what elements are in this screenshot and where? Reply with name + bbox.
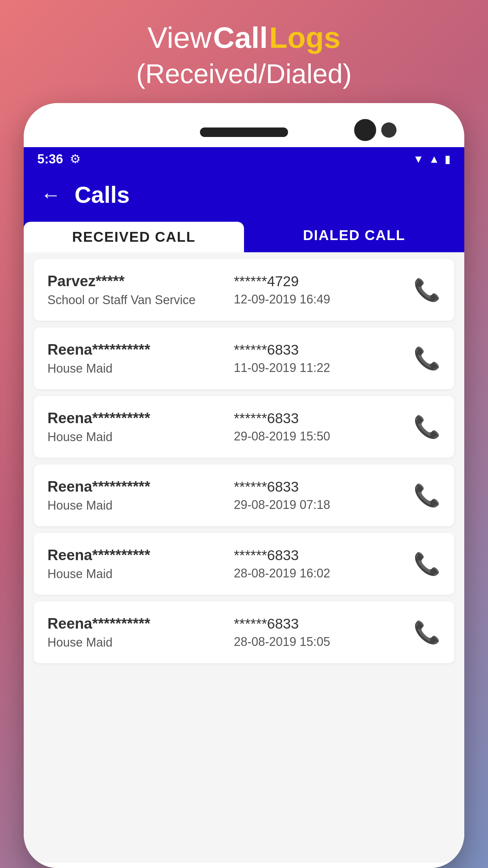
caller-name-5: Reena********** bbox=[47, 615, 224, 632]
page-subtitle: (Received/Dialed) bbox=[136, 58, 352, 90]
call-info-center-2: ******6833 29-08-2019 15:50 bbox=[224, 410, 410, 443]
call-datetime-4: 28-08-2019 16:02 bbox=[234, 566, 410, 580]
caller-name-1: Reena********** bbox=[47, 341, 224, 358]
call-datetime-5: 28-08-2019 15:05 bbox=[234, 635, 410, 649]
call-phone-icon-1: 📞 bbox=[413, 346, 441, 371]
phone-bezel-top bbox=[24, 103, 464, 147]
status-bar: 5:36 ⚙ ▼ ▲ ▮ bbox=[24, 147, 464, 171]
phone-camera-main bbox=[354, 119, 376, 141]
call-item-3[interactable]: Reena********** House Maid ******6833 29… bbox=[34, 465, 454, 526]
caller-type-2: House Maid bbox=[47, 430, 224, 444]
call-item-0[interactable]: Parvez***** School or Staff Van Service … bbox=[34, 259, 454, 321]
settings-icon: ⚙ bbox=[70, 152, 81, 166]
call-icon-wrap-4[interactable]: 📞 bbox=[410, 551, 441, 577]
tabs-container: RECEIVED CALL DIALED CALL bbox=[24, 218, 464, 252]
call-icon-wrap-2[interactable]: 📞 bbox=[410, 414, 441, 440]
battery-icon: ▮ bbox=[445, 153, 451, 165]
caller-type-3: House Maid bbox=[47, 498, 224, 513]
caller-name-3: Reena********** bbox=[47, 478, 224, 495]
call-datetime-2: 29-08-2019 15:50 bbox=[234, 429, 410, 443]
phone-camera-small bbox=[381, 122, 396, 138]
tab-received-call[interactable]: RECEIVED CALL bbox=[24, 222, 244, 252]
call-phone-icon-3: 📞 bbox=[413, 483, 441, 508]
title-call: Call bbox=[213, 21, 268, 54]
call-item-2[interactable]: Reena********** House Maid ******6833 29… bbox=[34, 396, 454, 458]
call-info-left-2: Reena********** House Maid bbox=[47, 410, 224, 444]
call-number-5: ******6833 bbox=[234, 616, 410, 632]
call-phone-icon-0: 📞 bbox=[413, 277, 441, 303]
phone-frame: 5:36 ⚙ ▼ ▲ ▮ ← Calls RECEIVED CALL DIALE… bbox=[24, 103, 464, 868]
call-info-center-4: ******6833 28-08-2019 16:02 bbox=[224, 547, 410, 580]
call-number-1: ******6833 bbox=[234, 342, 410, 358]
call-item-5[interactable]: Reena********** House Maid ******6833 28… bbox=[34, 601, 454, 663]
call-info-left-1: Reena********** House Maid bbox=[47, 341, 224, 376]
call-icon-wrap-1[interactable]: 📞 bbox=[410, 346, 441, 371]
call-datetime-0: 12-09-2019 16:49 bbox=[234, 292, 410, 307]
call-info-left-0: Parvez***** School or Staff Van Service bbox=[47, 273, 224, 307]
phone-speaker bbox=[200, 127, 288, 137]
call-item-1[interactable]: Reena********** House Maid ******6833 11… bbox=[34, 328, 454, 389]
call-phone-icon-4: 📞 bbox=[413, 551, 441, 577]
call-number-0: ******4729 bbox=[234, 273, 410, 290]
call-info-left-3: Reena********** House Maid bbox=[47, 478, 224, 513]
title-view: View bbox=[147, 21, 211, 54]
call-number-3: ******6833 bbox=[234, 479, 410, 495]
phone-bezel-bottom bbox=[24, 863, 464, 868]
call-info-center-5: ******6833 28-08-2019 15:05 bbox=[224, 616, 410, 649]
app-bar: ← Calls bbox=[24, 171, 464, 218]
caller-name-0: Parvez***** bbox=[47, 273, 224, 290]
caller-name-2: Reena********** bbox=[47, 410, 224, 427]
call-info-center-0: ******4729 12-09-2019 16:49 bbox=[224, 273, 410, 307]
caller-name-4: Reena********** bbox=[47, 547, 224, 564]
call-number-2: ******6833 bbox=[234, 410, 410, 427]
call-info-center-3: ******6833 29-08-2019 07:18 bbox=[224, 479, 410, 512]
call-item-4[interactable]: Reena********** House Maid ******6833 28… bbox=[34, 533, 454, 595]
call-datetime-3: 29-08-2019 07:18 bbox=[234, 498, 410, 512]
call-info-left-4: Reena********** House Maid bbox=[47, 547, 224, 581]
call-number-4: ******6833 bbox=[234, 547, 410, 564]
caller-type-1: House Maid bbox=[47, 361, 224, 376]
wifi-icon: ▼ bbox=[413, 153, 424, 165]
signal-icon: ▲ bbox=[429, 153, 440, 165]
caller-type-4: House Maid bbox=[47, 567, 224, 581]
caller-type-0: School or Staff Van Service bbox=[47, 293, 224, 307]
status-time: 5:36 bbox=[37, 152, 63, 166]
call-phone-icon-5: 📞 bbox=[413, 620, 441, 645]
call-list: Parvez***** School or Staff Van Service … bbox=[24, 252, 464, 863]
page-title-section: View Call Logs (Received/Dialed) bbox=[136, 20, 352, 90]
title-logs: Logs bbox=[269, 21, 341, 54]
call-info-center-1: ******6833 11-09-2019 11:22 bbox=[224, 342, 410, 375]
call-phone-icon-2: 📞 bbox=[413, 414, 441, 440]
caller-type-5: House Maid bbox=[47, 635, 224, 650]
call-icon-wrap-3[interactable]: 📞 bbox=[410, 483, 441, 508]
back-button[interactable]: ← bbox=[41, 183, 61, 206]
call-info-left-5: Reena********** House Maid bbox=[47, 615, 224, 650]
app-bar-title: Calls bbox=[75, 181, 130, 208]
call-icon-wrap-0[interactable]: 📞 bbox=[410, 277, 441, 303]
call-datetime-1: 11-09-2019 11:22 bbox=[234, 361, 410, 375]
tab-dialed-call[interactable]: DIALED CALL bbox=[244, 218, 464, 252]
call-icon-wrap-5[interactable]: 📞 bbox=[410, 620, 441, 645]
